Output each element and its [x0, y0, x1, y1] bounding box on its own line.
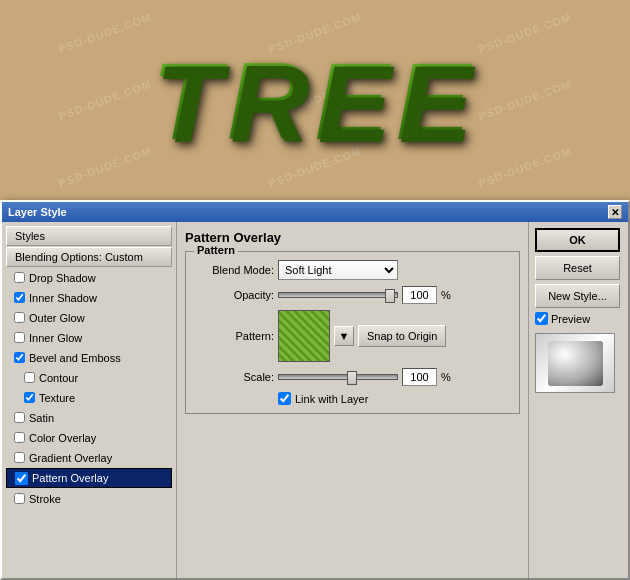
dialog-titlebar: Layer Style ✕: [2, 202, 628, 222]
scale-slider-thumb[interactable]: [347, 371, 357, 385]
opacity-label: Opacity:: [194, 289, 274, 301]
opacity-row: Opacity: %: [194, 286, 511, 304]
opacity-slider-track[interactable]: [278, 292, 398, 298]
satin-checkbox[interactable]: [14, 412, 25, 423]
blend-mode-row: Blend Mode: Soft Light Normal Multiply S…: [194, 260, 511, 280]
scale-slider-track[interactable]: [278, 374, 398, 380]
snap-to-origin-button[interactable]: Snap to Origin: [358, 325, 446, 347]
new-style-button[interactable]: New Style...: [535, 284, 620, 308]
blending-options-button[interactable]: Blending Options: Custom: [6, 247, 172, 267]
inner-glow-item[interactable]: Inner Glow: [6, 328, 172, 347]
link-with-layer-checkbox[interactable]: [278, 392, 291, 405]
opacity-percent: %: [441, 289, 451, 301]
link-with-layer-row: Link with Layer: [194, 392, 511, 405]
opacity-input[interactable]: [402, 286, 437, 304]
reset-button[interactable]: Reset: [535, 256, 620, 280]
color-overlay-item[interactable]: Color Overlay: [6, 428, 172, 447]
preview-checkbox[interactable]: [535, 312, 548, 325]
gradient-overlay-item[interactable]: Gradient Overlay: [6, 448, 172, 467]
pattern-label: Pattern:: [194, 330, 274, 342]
color-overlay-checkbox[interactable]: [14, 432, 25, 443]
right-panel: OK Reset New Style... Preview: [528, 222, 628, 578]
pattern-row: Pattern: ▼ Snap to Origin: [194, 310, 511, 362]
pattern-group: Pattern Blend Mode: Soft Light Normal Mu…: [185, 251, 520, 414]
inner-shadow-checkbox[interactable]: [14, 292, 25, 303]
scale-label: Scale:: [194, 371, 274, 383]
gradient-overlay-checkbox[interactable]: [14, 452, 25, 463]
dialog-body: Styles Blending Options: Custom Drop Sha…: [2, 222, 628, 578]
bevel-emboss-checkbox[interactable]: [14, 352, 25, 363]
preview-label: Preview: [551, 313, 590, 325]
canvas-area: PSD-DUDE.COM PSD-DUDE.COM PSD-DUDE.COM P…: [0, 0, 630, 200]
preview-inner: [548, 341, 603, 386]
opacity-slider-thumb[interactable]: [385, 289, 395, 303]
inner-shadow-item[interactable]: Inner Shadow: [6, 288, 172, 307]
texture-checkbox[interactable]: [24, 392, 35, 403]
texture-item[interactable]: Texture: [6, 388, 172, 407]
scale-input[interactable]: [402, 368, 437, 386]
outer-glow-checkbox[interactable]: [14, 312, 25, 323]
bevel-emboss-item[interactable]: Bevel and Emboss: [6, 348, 172, 367]
drop-shadow-checkbox[interactable]: [14, 272, 25, 283]
group-box-title: Pattern: [194, 244, 238, 256]
contour-checkbox[interactable]: [24, 372, 35, 383]
left-panel: Styles Blending Options: Custom Drop Sha…: [2, 222, 177, 578]
layer-style-dialog: Layer Style ✕ Styles Blending Options: C…: [0, 200, 630, 580]
ok-button[interactable]: OK: [535, 228, 620, 252]
styles-button[interactable]: Styles: [6, 226, 172, 246]
panel-title: Pattern Overlay: [185, 230, 520, 245]
stroke-checkbox[interactable]: [14, 493, 25, 504]
satin-item[interactable]: Satin: [6, 408, 172, 427]
pattern-overlay-checkbox[interactable]: [15, 472, 28, 485]
pattern-preview[interactable]: [278, 310, 330, 362]
tree-canvas-text: TREE: [152, 37, 477, 164]
preview-row: Preview: [535, 312, 622, 325]
pattern-dropdown-button[interactable]: ▼: [334, 326, 354, 346]
outer-glow-item[interactable]: Outer Glow: [6, 308, 172, 327]
drop-shadow-item[interactable]: Drop Shadow: [6, 268, 172, 287]
stroke-item[interactable]: Stroke: [6, 489, 172, 508]
blend-mode-label: Blend Mode:: [194, 264, 274, 276]
close-button[interactable]: ✕: [608, 205, 622, 219]
preview-box: [535, 333, 615, 393]
scale-row: Scale: %: [194, 368, 511, 386]
blend-mode-select[interactable]: Soft Light Normal Multiply Screen Overla…: [278, 260, 398, 280]
scale-percent: %: [441, 371, 451, 383]
contour-item[interactable]: Contour: [6, 368, 172, 387]
dialog-title: Layer Style: [8, 206, 67, 218]
link-with-layer-label: Link with Layer: [295, 393, 368, 405]
inner-glow-checkbox[interactable]: [14, 332, 25, 343]
middle-panel: Pattern Overlay Pattern Blend Mode: Soft…: [177, 222, 528, 578]
pattern-overlay-button[interactable]: Pattern Overlay: [6, 468, 172, 488]
